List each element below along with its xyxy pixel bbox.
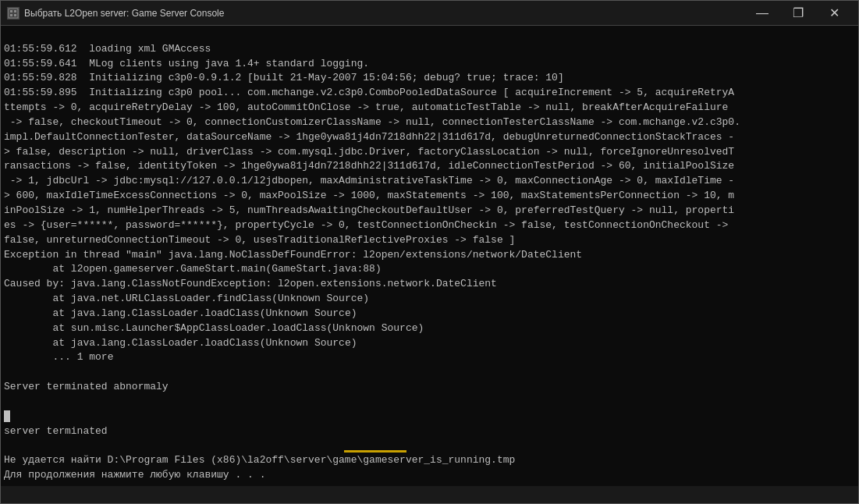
console-line: ttempts -> 0, acquireRetryDelay -> 100, … xyxy=(4,101,855,115)
statusbar xyxy=(1,486,858,503)
console-line: at java.net.URLClassLoader.findClass(Unk… xyxy=(4,292,855,307)
console-line xyxy=(4,438,855,453)
console-line: at sun.misc.Launcher$AppClassLoader.load… xyxy=(4,321,855,336)
console-line: > false, description -> null, driverClas… xyxy=(4,145,855,160)
console-line: at l2open.gameserver.GameStart.main(Game… xyxy=(4,262,855,277)
console-line: -> false, checkoutTimeout -> 0, connecti… xyxy=(4,115,855,130)
console-line: inPoolSize -> 1, numHelperThreads -> 5, … xyxy=(4,204,855,218)
console-line: -> 1, jdbcUrl -> jdbc:mysql://127.0.0.1/… xyxy=(4,174,855,189)
window-title: Выбрать L2Open server: Game Server Conso… xyxy=(24,8,744,19)
console-line: impl.DefaultConnectionTester, dataSource… xyxy=(4,130,855,145)
main-window: Выбрать L2Open server: Game Server Conso… xyxy=(0,0,859,504)
restore-button[interactable]: ❐ xyxy=(780,1,816,26)
console-line: 01:55:59.895 Initializing c3p0 pool... c… xyxy=(4,86,855,101)
console-line: ... 1 more xyxy=(4,350,855,365)
console-line xyxy=(4,365,855,380)
console-line: Caused by: java.lang.ClassNotFoundExcept… xyxy=(4,277,855,292)
console-line: ransactions -> false, identityToken -> 1… xyxy=(4,159,855,174)
console-line: 01:55:59.612 loading xml GMAccess xyxy=(4,42,855,57)
console-line: Для продолжения нажмите любую клавишу . … xyxy=(4,468,855,483)
cursor-blink xyxy=(4,410,10,422)
console-line: server terminated xyxy=(4,424,855,439)
console-line: 01:55:59.828 Initializing c3p0-0.9.1.2 [… xyxy=(4,71,855,86)
console-line: Exception in thread "main" java.lang.NoC… xyxy=(4,248,855,263)
console-line: Server terminated abnormaly xyxy=(4,380,855,395)
console-line xyxy=(4,395,855,410)
console-line xyxy=(4,410,855,424)
titlebar: Выбрать L2Open server: Game Server Conso… xyxy=(1,1,858,26)
console-line: es -> {user=******, password=******}, pr… xyxy=(4,218,855,233)
svg-rect-2 xyxy=(14,10,16,12)
svg-rect-3 xyxy=(10,14,12,16)
svg-rect-1 xyxy=(10,10,12,12)
window-controls: — ❐ ✕ xyxy=(744,1,852,26)
console-text: 01:55:59.612 loading xml GMAccess01:55:5… xyxy=(4,26,855,483)
console-line: at java.lang.ClassLoader.loadClass(Unkno… xyxy=(4,307,855,321)
console-output[interactable]: 01:55:59.612 loading xml GMAccess01:55:5… xyxy=(1,26,858,486)
console-line: at java.lang.ClassLoader.loadClass(Unkno… xyxy=(4,336,855,351)
console-line: Не удается найти D:\Program Files (x86)\… xyxy=(4,453,855,468)
minimize-button[interactable]: — xyxy=(744,1,780,26)
svg-rect-4 xyxy=(14,14,16,16)
svg-rect-0 xyxy=(9,9,18,18)
close-button[interactable]: ✕ xyxy=(816,1,852,26)
console-line: false, unreturnedConnectionTimeout -> 0,… xyxy=(4,233,855,248)
yellow-progress-indicator xyxy=(344,450,406,453)
console-line: 01:55:59.641 MLog clients using java 1.4… xyxy=(4,57,855,72)
app-icon xyxy=(7,7,20,20)
console-line: > 600, maxIdleTimeExcessConnections -> 0… xyxy=(4,189,855,204)
